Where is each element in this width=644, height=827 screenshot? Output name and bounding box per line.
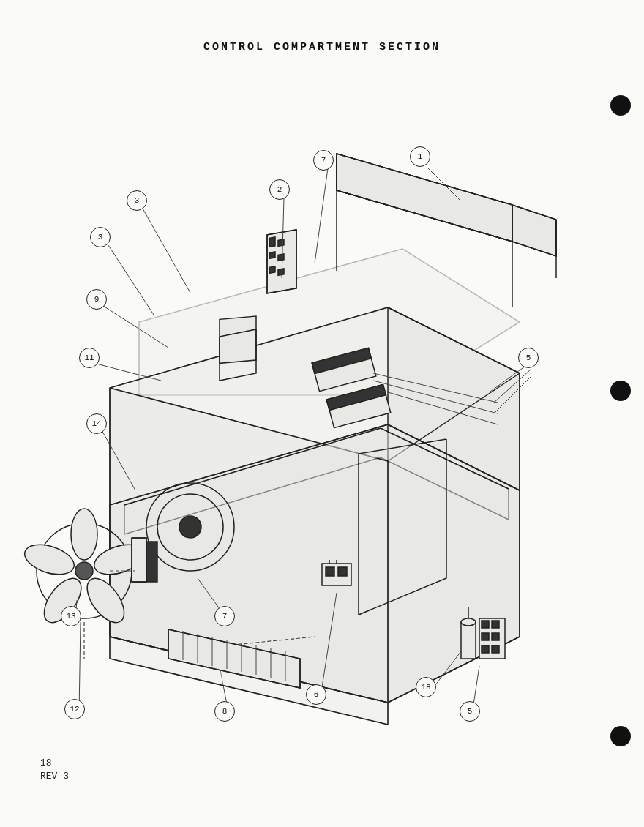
reg-mark-bottom bbox=[610, 726, 631, 746]
footer-line1: 18 bbox=[40, 757, 69, 770]
svg-line-61 bbox=[315, 168, 328, 263]
callout-9: 9 bbox=[86, 289, 107, 310]
title-area: CONTROL COMPARTMENT SECTION bbox=[0, 40, 644, 53]
reg-mark-top bbox=[610, 95, 631, 116]
svg-line-56 bbox=[143, 209, 190, 293]
callout-7a: 7 bbox=[313, 150, 334, 171]
callout-5b: 5 bbox=[460, 701, 480, 722]
svg-rect-17 bbox=[269, 266, 275, 273]
callout-7b: 7 bbox=[214, 606, 235, 626]
svg-rect-47 bbox=[482, 645, 489, 653]
footer-line2: REV 3 bbox=[40, 770, 69, 783]
svg-rect-46 bbox=[482, 633, 489, 640]
callout-12: 12 bbox=[64, 699, 85, 719]
callout-13: 13 bbox=[61, 606, 81, 626]
svg-point-28 bbox=[71, 509, 97, 560]
svg-point-42 bbox=[461, 618, 476, 626]
svg-rect-38 bbox=[338, 567, 347, 576]
callout-11: 11 bbox=[79, 348, 100, 368]
svg-rect-16 bbox=[278, 254, 284, 261]
svg-rect-18 bbox=[278, 269, 284, 275]
page-title: CONTROL COMPARTMENT SECTION bbox=[203, 41, 441, 53]
diagram-svg: .diag-line { stroke: #222; stroke-width:… bbox=[22, 66, 607, 761]
svg-rect-41 bbox=[461, 622, 476, 659]
callout-1: 1 bbox=[410, 146, 430, 167]
callout-2: 2 bbox=[269, 179, 290, 200]
svg-rect-35 bbox=[132, 538, 146, 582]
callout-3a: 3 bbox=[127, 190, 147, 211]
callout-8: 8 bbox=[214, 701, 235, 722]
diagram-area: .diag-line { stroke: #222; stroke-width:… bbox=[22, 66, 607, 761]
page: CONTROL COMPARTMENT SECTION .diag-line {… bbox=[0, 0, 644, 827]
callout-6: 6 bbox=[306, 684, 326, 705]
callout-3b: 3 bbox=[90, 227, 111, 247]
svg-line-57 bbox=[108, 245, 154, 315]
svg-rect-50 bbox=[492, 645, 499, 653]
svg-rect-13 bbox=[269, 237, 275, 247]
callout-18: 18 bbox=[416, 677, 436, 697]
svg-rect-15 bbox=[269, 252, 275, 258]
svg-rect-49 bbox=[492, 633, 499, 640]
svg-rect-48 bbox=[492, 621, 499, 628]
svg-rect-45 bbox=[482, 621, 489, 628]
callout-5a: 5 bbox=[518, 348, 539, 368]
svg-point-26 bbox=[179, 516, 201, 538]
svg-rect-23 bbox=[220, 316, 256, 363]
svg-rect-37 bbox=[326, 567, 334, 576]
footer: 18 REV 3 bbox=[40, 757, 69, 783]
callout-14: 14 bbox=[86, 414, 107, 434]
reg-mark-middle bbox=[610, 381, 631, 401]
svg-point-33 bbox=[75, 562, 93, 580]
svg-point-32 bbox=[22, 539, 78, 580]
